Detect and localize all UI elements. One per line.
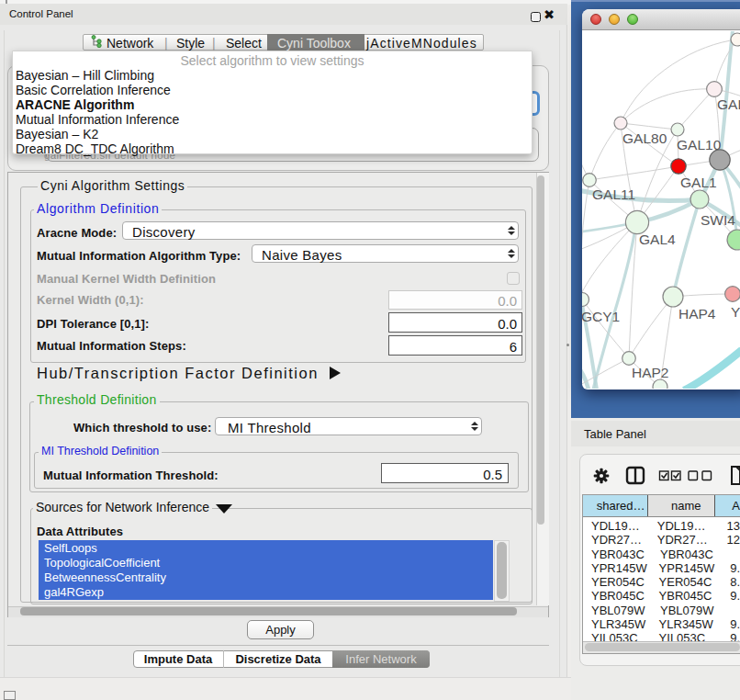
svg-text:GAL1: GAL1 — [680, 175, 717, 190]
svg-text:SWI4: SWI4 — [701, 212, 735, 228]
svg-text:GAL11: GAL11 — [592, 186, 635, 202]
svg-text:GAL10: GAL10 — [677, 137, 722, 152]
svg-text:GAL80: GAL80 — [622, 130, 667, 146]
svg-text:HAP2: HAP2 — [632, 365, 669, 380]
svg-text:GAL4: GAL4 — [639, 231, 676, 247]
svg-text:Y: Y — [731, 304, 740, 320]
svg-text:GCY1: GCY1 — [582, 309, 620, 324]
svg-text:HAP4: HAP4 — [678, 306, 716, 322]
svg-text:GAL2: GAL2 — [717, 96, 740, 112]
